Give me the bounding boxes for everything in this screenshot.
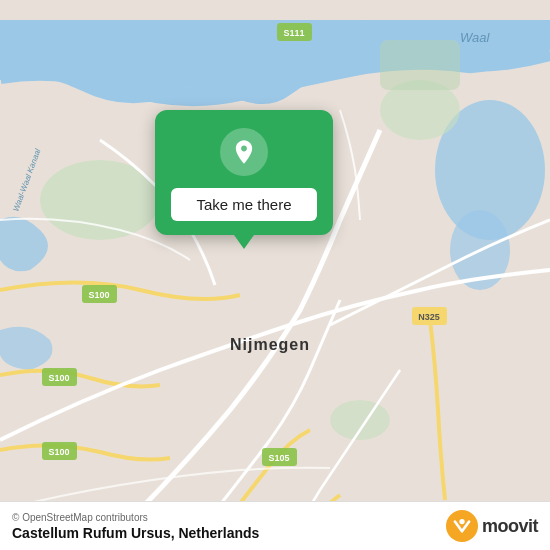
svg-text:Nijmegen: Nijmegen <box>230 336 310 353</box>
svg-text:S111: S111 <box>283 28 304 38</box>
svg-text:Waal: Waal <box>460 30 490 45</box>
moovit-logo: moovit <box>446 510 538 542</box>
svg-text:S100: S100 <box>48 373 69 383</box>
map-svg: S100 S100 S100 S100 S111 S105 S105 S106 … <box>0 0 550 550</box>
location-pin-icon <box>220 128 268 176</box>
svg-text:S105: S105 <box>268 453 289 463</box>
svg-point-29 <box>446 510 478 542</box>
popup-card: Take me there <box>155 110 333 235</box>
attribution-text: © OpenStreetMap contributors <box>12 512 259 523</box>
svg-text:S100: S100 <box>48 447 69 457</box>
pin-svg <box>230 138 258 166</box>
svg-rect-5 <box>380 40 460 90</box>
bottom-bar-info: © OpenStreetMap contributors Castellum R… <box>12 512 259 541</box>
map-container: S100 S100 S100 S100 S111 S105 S105 S106 … <box>0 0 550 550</box>
svg-text:S100: S100 <box>88 290 109 300</box>
location-title: Castellum Rufum Ursus, Netherlands <box>12 525 259 541</box>
moovit-logo-icon <box>446 510 478 542</box>
bottom-bar: © OpenStreetMap contributors Castellum R… <box>0 501 550 550</box>
take-me-there-button[interactable]: Take me there <box>171 188 317 221</box>
svg-text:N325: N325 <box>418 312 440 322</box>
svg-point-30 <box>459 519 464 524</box>
svg-point-6 <box>330 400 390 440</box>
moovit-brand-text: moovit <box>482 516 538 537</box>
